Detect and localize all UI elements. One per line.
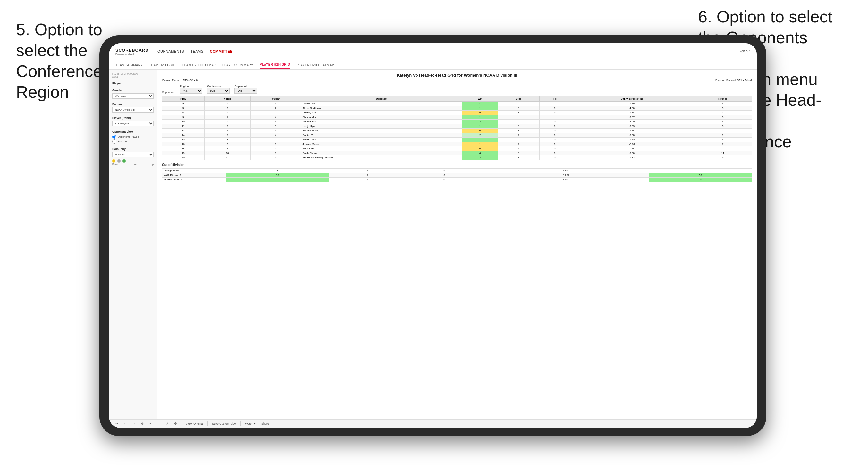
table-row: 10 6 3 Andrea York 2 0 0 4.00 4 [162, 120, 752, 124]
sidebar-opponent-view-label: Opponent view [112, 130, 154, 133]
cell-opponent: Emily Chang [301, 151, 462, 155]
cell-rounds: 2 [694, 128, 752, 133]
toolbar-divider-1 [181, 421, 182, 426]
cell-diff: 1.33 [570, 155, 694, 160]
toolbar-save-custom[interactable]: Save Custom View [210, 422, 238, 426]
cell-win: 1 [462, 102, 498, 106]
nav-teams[interactable]: TEAMS [190, 49, 203, 53]
cell-win: 4 [462, 151, 498, 155]
toolbar-refresh[interactable]: ↺ [164, 422, 170, 426]
cell-div: 6 [162, 111, 205, 115]
cell-win: 5 [226, 178, 329, 182]
cell-div: 13 [162, 128, 205, 133]
cell-reg: 3 [204, 111, 250, 115]
filter-opponent-select[interactable]: (All) [235, 88, 257, 94]
top-nav: SCOREBOARD Powered by clippd TOURNAMENTS… [109, 43, 757, 59]
sub-nav-player-summary[interactable]: PLAYER SUMMARY [222, 63, 253, 69]
cell-loss: 0 [498, 124, 540, 128]
filter-conference-label: Conference [207, 85, 229, 88]
sidebar-division-select[interactable]: NCAA Division III [112, 107, 154, 113]
cell-opponent: Esther Lee [301, 102, 462, 106]
cell-win: 2 [462, 133, 498, 137]
filter-region-select[interactable]: (All) [180, 88, 202, 94]
cell-loss: 1 [498, 128, 540, 133]
sidebar-radio-top100[interactable]: Top 100 [112, 139, 154, 144]
table-row: 13 1 1 Jessica Huang 0 1 0 -3.00 2 [162, 128, 752, 133]
sign-out-link[interactable]: Sign out [739, 49, 750, 53]
sub-nav-team-summary[interactable]: TEAM SUMMARY [116, 63, 143, 69]
toolbar-share[interactable]: Share [260, 422, 271, 426]
cell-win: 0 [462, 111, 498, 115]
cell-win: 2 [462, 155, 498, 160]
table-row: 15 8 5 Stella Cheng 1 0 0 1.25 4 [162, 137, 752, 142]
toolbar-undo[interactable]: ↩ [114, 422, 120, 426]
tablet-screen: SCOREBOARD Powered by clippd TOURNAMENTS… [109, 43, 757, 428]
cell-rounds: 3 [694, 124, 752, 128]
filter-conference-select[interactable]: (All) [207, 88, 229, 94]
cell-diff: 4.00 [570, 106, 694, 111]
cell-rounds: 10 [649, 178, 752, 182]
data-table: # Div # Reg # Conf Opponent Win Loss Tie… [162, 96, 752, 160]
cell-loss: 0 [498, 106, 540, 111]
table-row: 5 2 2 Alexis Sudjianto 1 0 0 4.00 3 [162, 106, 752, 111]
toolbar-timer[interactable]: ⏱ [173, 422, 179, 426]
sidebar-colour-select[interactable]: Win/loss [112, 152, 154, 157]
cell-reg: 1 [204, 128, 250, 133]
cell-div: 5 [162, 106, 205, 111]
sidebar-radio-opponents-played[interactable]: Opponents Played [112, 135, 154, 139]
cell-opponent: Andrea York [301, 120, 462, 124]
cell-loss: 1 [498, 111, 540, 115]
toolbar-view-original[interactable]: View: Original [184, 422, 205, 426]
cell-win: 0 [462, 147, 498, 151]
logo: SCOREBOARD Powered by clippd [116, 47, 149, 55]
cell-rounds: 2 [694, 147, 752, 151]
cell-diff: 7.400 [483, 178, 649, 182]
cell-opponent: Heejo Hyun [301, 124, 462, 128]
cell-reg: 2 [204, 124, 250, 128]
filter-conference-group: Conference (All) [207, 85, 229, 94]
radio-top100-input[interactable] [112, 139, 116, 144]
cell-div: 16 [162, 142, 205, 147]
sub-nav-team-h2h-grid[interactable]: TEAM H2H GRID [149, 63, 176, 69]
cell-rounds: 9 [694, 133, 752, 137]
cell-div: 3 [162, 102, 205, 106]
toolbar-forward[interactable]: → [131, 422, 137, 426]
nav-tournaments[interactable]: TOURNAMENTS [155, 49, 184, 53]
cell-diff: -0.94 [570, 142, 694, 147]
cell-conf: 4 [250, 133, 301, 137]
colour-dot-down [112, 159, 116, 162]
cell-rounds: 4 [694, 137, 752, 142]
table-row: 18 2 2 Euna Lee 0 2 0 -5.00 2 [162, 147, 752, 151]
cell-rounds: 11 [694, 151, 752, 155]
sidebar-gender-select[interactable]: Women's [112, 93, 154, 99]
toolbar-back[interactable]: ← [122, 422, 128, 426]
sidebar-player-rank-select[interactable]: 8. Katelyn Vo [112, 121, 154, 126]
cell-win: 1 [462, 142, 498, 147]
cell-rounds: 3 [694, 115, 752, 120]
cell-diff: 0.30 [570, 151, 694, 155]
toolbar-settings[interactable]: ⚙ [140, 422, 145, 426]
sub-nav-player-h2h-heatmap[interactable]: PLAYER H2H HEATMAP [296, 63, 334, 69]
sub-nav-player-h2h-grid[interactable]: PLAYER H2H GRID [260, 63, 290, 69]
toolbar-copy[interactable]: ◻ [156, 422, 162, 426]
cell-win: 1 [462, 137, 498, 142]
cell-reg: 11 [204, 155, 250, 160]
th-opponent: Opponent [301, 96, 462, 102]
nav-links: TOURNAMENTS TEAMS COMMITTEE [155, 49, 232, 53]
sidebar-player-rank-section: Player (Rank) 8. Katelyn Vo [112, 116, 154, 126]
radio-opponents-played-input[interactable] [112, 135, 116, 139]
cell-conf: 2 [250, 147, 301, 151]
cell-rounds: 4 [694, 120, 752, 124]
opponents-label: Opponents: [162, 91, 175, 94]
toolbar-cut[interactable]: ✂ [148, 422, 154, 426]
cell-div: 20 [162, 155, 205, 160]
nav-committee[interactable]: COMMITTEE [210, 49, 233, 53]
sub-nav-team-h2h-heatmap[interactable]: TEAM H2H HEATMAP [182, 63, 216, 69]
cell-reg: 3 [204, 102, 250, 106]
cell-diff: 3.67 [570, 115, 694, 120]
cell-diff: -3.00 [570, 128, 694, 133]
sidebar-colour-label: Colour by [112, 148, 154, 151]
toolbar-watch[interactable]: Watch ▾ [243, 422, 257, 426]
division-record: Division Record: 331 - 34 - 6 [715, 79, 752, 82]
colour-dot-up [123, 159, 126, 162]
